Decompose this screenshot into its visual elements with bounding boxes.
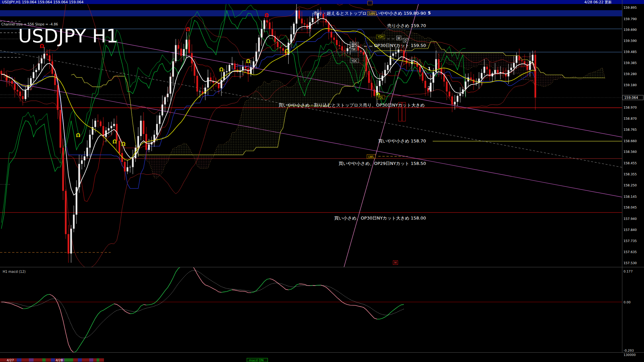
macd-axis-min: -0.293: [624, 349, 634, 352]
omega-marker-yellow[interactable]: Ω: [113, 139, 117, 145]
price-tick: 157.940: [624, 217, 637, 221]
order-annotation[interactable]: 買いやや小さめ 158.70: [378, 138, 426, 143]
price-tick: 159.895: [624, 6, 637, 9]
time-axis: [0, 358, 268, 362]
kumo-cloud: [270, 81, 272, 147]
order-annotation[interactable]: OP30日NYカット 159.50: [374, 43, 426, 48]
price-tick: 158.560: [624, 150, 637, 154]
price-tick: 159.385: [624, 61, 637, 65]
order-annotation[interactable]: 買い小さめ、OP30日NYカット大きめ 158.00: [334, 216, 426, 221]
kumo-cloud: [162, 155, 165, 173]
kumo-cloud: [466, 53, 468, 70]
kumo-cloud: [339, 51, 342, 94]
kumo-cloud: [323, 65, 326, 106]
number-marker: 1: [428, 66, 431, 71]
kumo-cloud: [248, 98, 251, 151]
kumo-cloud: [315, 68, 318, 106]
kumo-cloud: [224, 142, 227, 155]
omega-marker-red[interactable]: Ω: [265, 12, 269, 18]
kumo-cloud: [232, 132, 235, 155]
kumo-cloud: [149, 155, 152, 169]
trading-chart[interactable]: USDJPY,H1 159.064 159.064 159.064 159.06…: [0, 0, 644, 362]
kumo-cloud: [262, 81, 264, 147]
price-axis[interactable]: 159.895159.790159.690159.590159.485159.3…: [623, 6, 643, 265]
kumo-cloud: [259, 86, 262, 147]
price-tick: 159.690: [624, 28, 637, 32]
omega-marker-red[interactable]: Ω: [186, 26, 190, 33]
kumo-cloud: [243, 101, 246, 155]
price-tick: 159.590: [624, 39, 637, 43]
kumo-cloud: [251, 94, 254, 151]
watermark: USDJPY H1: [18, 25, 118, 47]
price-tick: 159.790: [624, 17, 637, 21]
price-tick: 157.530: [624, 261, 637, 265]
kumo-cloud: [208, 155, 211, 168]
price-tick: 158.970: [624, 106, 637, 109]
omega-marker-yellow[interactable]: Ω: [219, 67, 224, 73]
kumo-cloud: [331, 55, 334, 100]
kumo-cloud: [584, 75, 586, 78]
static-labels: USDJPY,H1 159.064 159.064 159.064 159.06…: [1, 0, 636, 362]
kumo-cloud: [286, 86, 288, 113]
kumo-cloud: [160, 155, 162, 176]
kumo-cloud: [490, 53, 492, 67]
number-marker: 2: [428, 86, 431, 90]
kumo-cloud: [152, 155, 154, 178]
kumo-cloud: [256, 86, 259, 147]
omega-marker-yellow[interactable]: Ω: [76, 132, 80, 138]
kumo-cloud: [559, 75, 562, 78]
order-annotation[interactable]: 買いやや小さめ、OP29日NYカット 158.50: [339, 161, 426, 166]
price-tick: 158.455: [624, 161, 637, 165]
kumo-cloud: [176, 146, 178, 155]
order-annotation[interactable]: 買いやや小さめ・割り込むとストップロス売り、OP30日NYカット大きめ: [279, 103, 425, 108]
price-tick: 158.145: [624, 195, 637, 198]
window-title: USDJPY,H1 159.064 159.064 159.064 159.06…: [2, 0, 84, 4]
kumo-cloud: [229, 132, 232, 155]
kumo-cloud: [305, 71, 307, 106]
omega-marker-yellow[interactable]: Ω: [121, 141, 126, 147]
kumo-cloud: [546, 75, 549, 86]
omega-marker-yellow[interactable]: Ω: [285, 48, 289, 54]
kumo-cloud: [586, 73, 589, 78]
omega-marker-yellow[interactable]: Ω: [246, 58, 251, 64]
chart-canvas: [0, 0, 644, 362]
kumo-cloud: [554, 75, 557, 79]
price-tick: 157.635: [624, 250, 637, 254]
price-tick: 159.485: [624, 50, 637, 54]
kumo-cloud: [246, 100, 248, 151]
level-label-box[interactable]: [368, 1, 372, 5]
kumo-cloud: [412, 32, 415, 51]
kumo-cloud: [313, 68, 315, 106]
omega-marker-red[interactable]: Ω: [40, 43, 44, 49]
kumo-cloud: [200, 155, 203, 168]
macd-on-toggle[interactable]: macd ON: [249, 358, 264, 362]
order-annotation[interactable]: 売り小さめ 159.70: [387, 23, 426, 28]
kumo-cloud: [361, 45, 364, 80]
kumo-cloud: [178, 145, 181, 155]
kumo-cloud: [267, 83, 270, 147]
price-tick: 159.180: [624, 83, 637, 87]
price-tick: 158.870: [624, 117, 637, 120]
price-tick: 158.250: [624, 183, 637, 187]
kumo-cloud: [541, 72, 543, 86]
level-label-text: D: [405, 39, 407, 42]
update-time: 4/28 06:22 更新: [584, 0, 612, 4]
kumo-cloud: [487, 53, 490, 66]
kumo-cloud: [318, 68, 321, 106]
level-label-text: YDC: [351, 59, 358, 63]
kumo-cloud: [254, 89, 256, 151]
level-label-text: W: [397, 37, 400, 40]
kumo-cloud: [321, 68, 323, 106]
macd-pane: [0, 263, 622, 353]
timeline-date-427: 4/27: [7, 358, 14, 362]
level-label-text: LWH: [369, 12, 375, 15]
kumo-cloud: [479, 53, 482, 64]
kumo-cloud: [551, 75, 554, 83]
kumo-cloud: [173, 148, 176, 155]
kumo-cloud: [329, 56, 331, 106]
kumo-cloud: [184, 143, 186, 155]
kumo-cloud: [221, 145, 224, 155]
kumo-cloud: [117, 74, 119, 76]
kumo-cloud: [240, 109, 243, 155]
kumo-cloud: [549, 75, 551, 85]
